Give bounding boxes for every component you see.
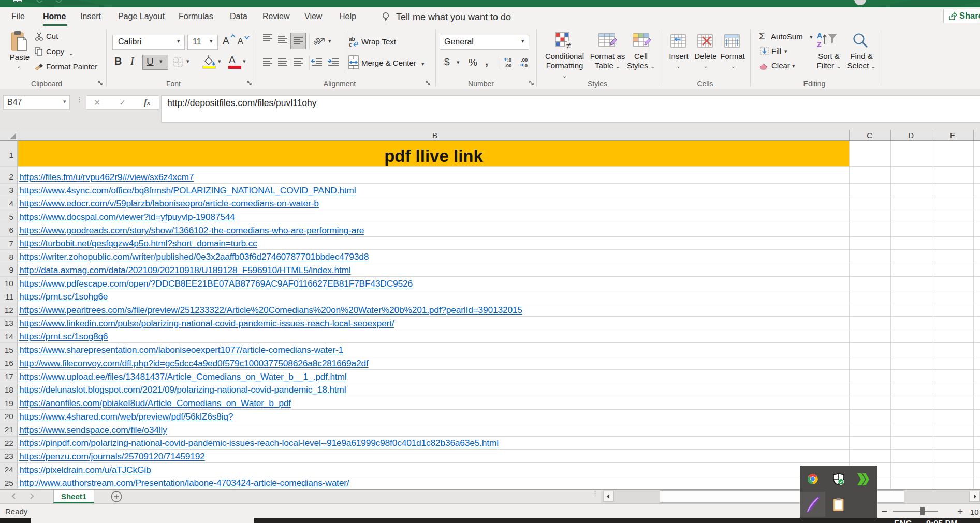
svg-text:.0: .0 <box>523 63 528 68</box>
svg-text:c: c <box>349 42 352 48</box>
svg-text:.00: .00 <box>505 63 511 68</box>
svg-text:A: A <box>817 32 822 40</box>
svg-text:≠: ≠ <box>566 41 571 50</box>
svg-text:.0: .0 <box>507 57 511 63</box>
svg-text:Z: Z <box>817 40 822 49</box>
svg-text:ab: ab <box>349 36 355 42</box>
svg-text:ab: ab <box>314 36 322 47</box>
svg-text:.00: .00 <box>521 57 528 63</box>
